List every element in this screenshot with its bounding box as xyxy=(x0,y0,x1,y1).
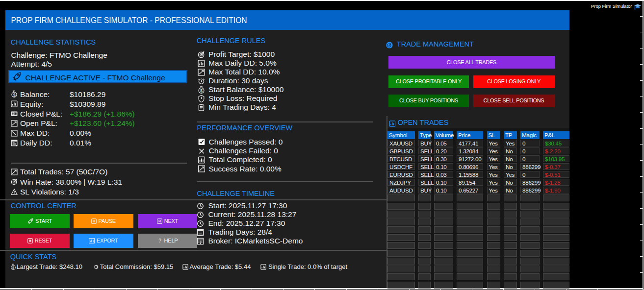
svg-text:$: $ xyxy=(200,88,203,93)
svg-text:$: $ xyxy=(13,93,16,97)
svg-text:$: $ xyxy=(12,265,14,269)
svg-text:?: ? xyxy=(158,238,161,243)
